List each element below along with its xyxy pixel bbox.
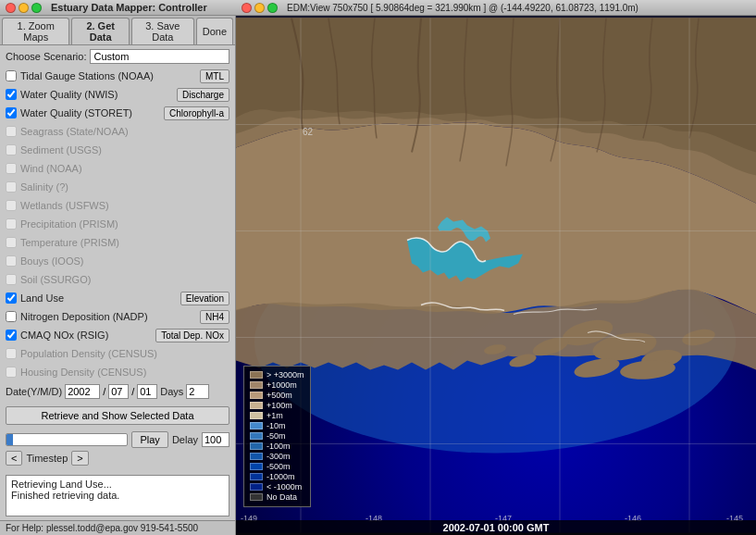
legend-item-neg10: -10m xyxy=(250,421,304,430)
map-panel[interactable]: 62 -149 -148 -147 -146 -145 > +3000m +10… xyxy=(236,16,756,535)
minimize-btn[interactable] xyxy=(19,3,29,13)
legend-item-500: +500m xyxy=(250,391,304,400)
log-line-2: Finished retrieving data. xyxy=(11,490,224,501)
label-precipitation: Precipitation (PRISM) xyxy=(20,218,229,230)
legend-color-500 xyxy=(250,392,263,399)
label-temperature: Temperature (PRISM) xyxy=(20,237,229,248)
legend-item-3000: > +3000m xyxy=(250,370,304,379)
data-row-salinity: Salinity (?) xyxy=(6,179,229,195)
map-minimize-btn[interactable] xyxy=(254,3,265,13)
tab-zoom-maps[interactable]: 1. Zoom Maps xyxy=(2,18,69,44)
checkbox-wq-nwis[interactable] xyxy=(6,89,17,100)
progress-bar-fill xyxy=(6,434,13,445)
left-title-bar: Estuary Data Mapper: Controller xyxy=(0,0,236,16)
legend-item-neg500: -500m xyxy=(250,462,304,471)
legend-label-neg50: -50m xyxy=(266,431,286,441)
progress-bar[interactable] xyxy=(6,433,128,446)
checkbox-wetlands[interactable] xyxy=(6,200,17,211)
legend-label-nodata: No Data xyxy=(266,492,297,502)
legend-label-1000: +1000m xyxy=(266,380,297,390)
date-row: Date(Y/M/D) / / Days xyxy=(6,384,229,399)
btn-wq-nwis-discharge[interactable]: Discharge xyxy=(177,88,229,102)
legend-label-neg1000plus: < -1000m xyxy=(266,482,302,491)
timestep-prev-btn[interactable]: < xyxy=(6,451,22,466)
close-btn[interactable] xyxy=(6,3,16,13)
date-sep2: / xyxy=(131,386,134,397)
days-input[interactable] xyxy=(186,384,209,399)
checkbox-wq-storet[interactable] xyxy=(6,107,17,118)
data-row-wetlands: Wetlands (USFWS) xyxy=(6,197,229,214)
checkbox-temperature[interactable] xyxy=(6,237,17,248)
legend-item-neg100: -100m xyxy=(250,442,304,451)
checkbox-population[interactable] xyxy=(6,348,17,359)
status-text: For Help: plessel.todd@epa.gov 919-541-5… xyxy=(6,523,198,533)
data-row-temperature: Temperature (PRISM) xyxy=(6,234,229,251)
legend-color-neg1000plus xyxy=(250,483,263,491)
label-wind: Wind (NOAA) xyxy=(20,163,229,174)
tabs-row: 1. Zoom Maps 2. Get Data 3. Save Data Do… xyxy=(0,16,235,45)
checkbox-seagrass[interactable] xyxy=(6,126,17,137)
date-day-input[interactable] xyxy=(137,384,157,399)
date-label: Date(Y/M/D) xyxy=(6,386,62,397)
btn-landuse-elevation[interactable]: Elevation xyxy=(180,292,229,305)
btn-tidal-mtl[interactable]: MTL xyxy=(200,69,229,83)
legend-label-100: +100m xyxy=(266,401,292,410)
data-row-soil: Soil (SSURGO) xyxy=(6,271,229,288)
panel-section-main: Choose Scenario: Tidal Gauge Stations (N… xyxy=(0,45,235,471)
maximize-btn[interactable] xyxy=(31,3,42,13)
legend-label-neg10: -10m xyxy=(266,421,286,430)
tab-save-data[interactable]: 3. Save Data xyxy=(131,18,194,44)
legend-label-neg1000: -1000m xyxy=(266,472,295,481)
checkbox-landuse[interactable] xyxy=(6,292,17,304)
checkbox-soil[interactable] xyxy=(6,274,17,285)
data-row-cmaq: CMAQ NOx (RSIG) Total Dep. NOx xyxy=(6,327,229,343)
label-soil: Soil (SSURGO) xyxy=(20,274,229,285)
date-month-input[interactable] xyxy=(108,384,129,399)
right-title-bar: EDM:View 750x750 [ 5.90864deg = 321.990k… xyxy=(236,0,756,16)
legend-color-100 xyxy=(250,402,263,409)
tab-done[interactable]: Done xyxy=(196,18,233,44)
btn-wq-storet-chl[interactable]: Chlorophyll-a xyxy=(164,106,229,120)
timestep-row: < Timestep > xyxy=(6,451,229,466)
label-seagrass: Seagrass (State/NOAA) xyxy=(20,126,229,137)
legend-color-neg10 xyxy=(250,422,263,429)
checkbox-wind[interactable] xyxy=(6,163,17,174)
checkbox-tidal[interactable] xyxy=(6,70,17,81)
legend-panel: > +3000m +1000m +500m +100m +1m -10m xyxy=(243,366,311,507)
checkbox-nitrogen[interactable] xyxy=(6,311,17,322)
legend-item-neg1000plus: < -1000m xyxy=(250,482,304,491)
checkbox-cmaq[interactable] xyxy=(6,330,17,341)
legend-color-nodata xyxy=(250,493,263,501)
scenario-input[interactable] xyxy=(90,49,229,64)
delay-input[interactable] xyxy=(202,432,229,447)
checkbox-housing[interactable] xyxy=(6,367,17,378)
map-close-btn[interactable] xyxy=(242,3,252,13)
checkbox-sediment[interactable] xyxy=(6,144,17,156)
data-row-landuse: Land Use Elevation xyxy=(6,290,229,306)
main-content: 1. Zoom Maps 2. Get Data 3. Save Data Do… xyxy=(0,16,756,535)
legend-color-neg1000 xyxy=(250,473,263,480)
map-maximize-btn[interactable] xyxy=(267,3,278,13)
checkbox-precipitation[interactable] xyxy=(6,218,17,230)
legend-item-100: +100m xyxy=(250,401,304,410)
btn-cmaq-total[interactable]: Total Dep. NOx xyxy=(155,329,229,342)
label-wetlands: Wetlands (USFWS) xyxy=(20,200,229,211)
timestamp-bar: 2002-07-01 00:00 GMT xyxy=(236,520,756,535)
data-row-population: Population Density (CENSUS) xyxy=(6,345,229,362)
timestep-next-btn[interactable]: > xyxy=(71,451,88,466)
legend-item-1: +1m xyxy=(250,411,304,420)
checkbox-bouys[interactable] xyxy=(6,255,17,267)
label-wq-nwis: Water Quality (NWIS) xyxy=(20,89,173,100)
btn-nitrogen-nh4[interactable]: NH4 xyxy=(200,310,229,324)
tab-get-data[interactable]: 2. Get Data xyxy=(71,18,130,44)
label-population: Population Density (CENSUS) xyxy=(20,348,229,359)
legend-item-neg300: -300m xyxy=(250,452,304,461)
checkbox-salinity[interactable] xyxy=(6,181,17,193)
date-year-input[interactable] xyxy=(65,384,100,399)
data-row-precipitation: Precipitation (PRISM) xyxy=(6,216,229,232)
play-btn[interactable]: Play xyxy=(131,431,167,448)
scenario-label: Choose Scenario: xyxy=(6,51,86,62)
playback-row: Play Delay xyxy=(6,431,229,448)
retrieve-btn[interactable]: Retrieve and Show Selected Data xyxy=(6,406,229,425)
legend-color-neg50 xyxy=(250,432,263,440)
